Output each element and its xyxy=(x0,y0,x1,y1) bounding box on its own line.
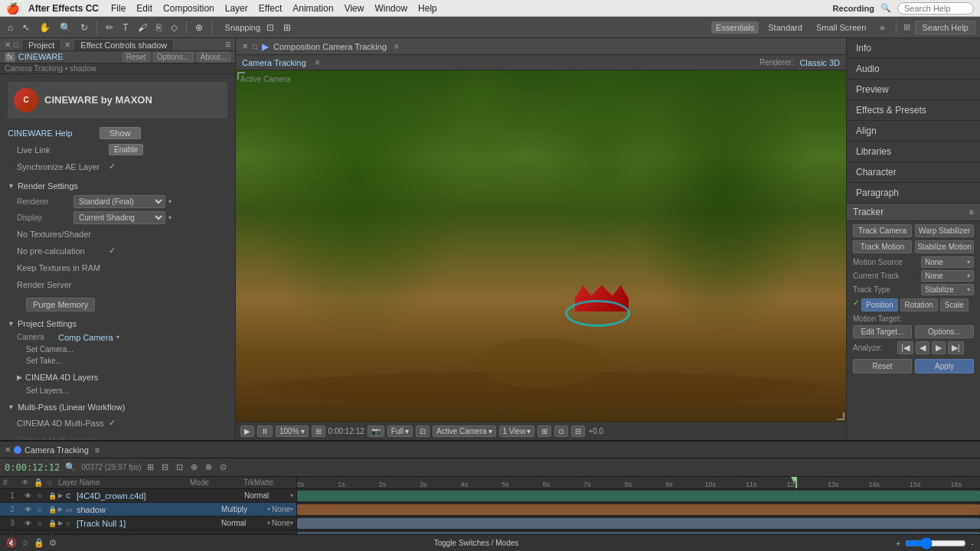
comp-viewport[interactable]: Active Camera xyxy=(236,70,846,422)
panel-close-icon[interactable]: ✕ xyxy=(5,41,11,49)
tl-zoom-in-btn[interactable]: + xyxy=(896,539,900,548)
comp-close-icon[interactable]: ✕ xyxy=(242,42,248,51)
layer-row-2[interactable]: 2 👁 ☆ 🔒 ▶ ▭ shadow Multiply ▾ None ▾ xyxy=(0,503,296,517)
menu-composition[interactable]: Composition xyxy=(158,3,219,14)
character-item[interactable]: Character xyxy=(847,162,980,183)
layer-eye-1[interactable]: 👁 xyxy=(21,492,34,500)
purge-memory-btn[interactable]: Purge Memory xyxy=(26,298,95,311)
apple-menu[interactable]: 🍎 xyxy=(6,2,19,15)
tl-zoom-slider[interactable] xyxy=(905,537,966,549)
project-settings-section[interactable]: ▼ Project Settings xyxy=(8,318,227,330)
set-take-link[interactable]: Set Take... xyxy=(26,357,227,365)
track-camera-btn[interactable]: Track Camera xyxy=(853,224,912,237)
puppet-tool[interactable]: ⊕ xyxy=(192,21,206,34)
tl-mute-btn[interactable]: 🔇 xyxy=(6,538,17,548)
text-tool[interactable]: T xyxy=(119,21,131,34)
preview-item[interactable]: Preview xyxy=(847,80,980,100)
camera-tracking-tab[interactable]: Camera Tracking xyxy=(242,58,306,67)
position-btn[interactable]: Position xyxy=(861,298,898,311)
menu-window[interactable]: Window xyxy=(370,3,412,14)
timeline-ctrl-1[interactable]: ⊞ xyxy=(145,461,156,473)
layer-solo-3[interactable]: ☆ xyxy=(34,520,46,527)
edit-target-btn[interactable]: Edit Target... xyxy=(853,325,912,338)
comp-tab[interactable]: Composition Camera Tracking xyxy=(273,42,387,51)
zoom-dropdown[interactable]: 100% ▾ xyxy=(276,425,309,437)
multipass-section[interactable]: ▼ Multi-Pass (Linear Workflow) xyxy=(8,401,227,413)
shape-tool[interactable]: ◇ xyxy=(168,21,181,34)
warp-stabilizer-btn[interactable]: Warp Stabilizer xyxy=(915,224,974,237)
scale-btn[interactable]: Scale xyxy=(940,298,969,311)
effect-controls-tab[interactable]: Effect Controls shadow xyxy=(74,39,174,51)
timeline-ctrl-3[interactable]: ⊡ xyxy=(174,461,185,473)
comp-expand-icon[interactable]: ≡ xyxy=(394,42,399,51)
timecode-search-btn[interactable]: 🔍 xyxy=(63,461,78,473)
track-type-dropdown[interactable]: Stabilize ▾ xyxy=(921,284,974,295)
layer-lock-3[interactable]: 🔒 xyxy=(46,520,58,527)
layer-eye-3[interactable]: 👁 xyxy=(21,520,34,527)
region-btn[interactable]: ⊡ xyxy=(416,425,430,437)
audio-item[interactable]: Audio xyxy=(847,59,980,80)
renderer-select[interactable]: Standard (Final) Standard (Draft) xyxy=(74,195,165,208)
layer-expand-3[interactable]: ▶ xyxy=(58,520,66,527)
analyze-forward-btn[interactable]: ▶| xyxy=(948,341,964,354)
cineware-help-label[interactable]: CINEWARE Help xyxy=(8,129,100,138)
snap-options[interactable]: ⊞ xyxy=(280,21,294,34)
tl-zoom-out-btn[interactable]: - xyxy=(971,539,974,548)
layer-expand-2[interactable]: ▶ xyxy=(58,506,66,513)
timeline-hamburger-icon[interactable]: ≡ xyxy=(95,445,100,455)
analyze-prev-btn[interactable]: ◀ xyxy=(916,341,929,354)
enable-btn[interactable]: Enable xyxy=(109,144,143,155)
analyze-back-btn[interactable]: |◀ xyxy=(897,341,913,354)
layer-eye-2[interactable]: 👁 xyxy=(21,506,34,514)
help-search-btn[interactable]: Search Help xyxy=(915,21,975,34)
snap-toggle[interactable]: ⊡ xyxy=(263,21,277,34)
menu-animation[interactable]: Animation xyxy=(288,3,338,14)
info-item[interactable]: Info xyxy=(847,38,980,59)
workspace-expand[interactable]: » xyxy=(875,21,889,34)
layer-lock-2[interactable]: 🔒 xyxy=(46,506,58,514)
overlay-btn[interactable]: ⊙ xyxy=(554,425,568,437)
libraries-item[interactable]: Libraries xyxy=(847,142,980,162)
view-count-dropdown[interactable]: 1 View ▾ xyxy=(499,425,535,437)
render-settings-section[interactable]: ▼ Render Settings xyxy=(8,180,227,192)
layer-mode-arrow-3[interactable]: ▾ xyxy=(267,520,270,527)
menu-edit[interactable]: Edit xyxy=(132,3,157,14)
menu-effect[interactable]: Effect xyxy=(254,3,286,14)
tl-lock-all-btn[interactable]: 🔒 xyxy=(34,538,44,548)
layer-row-1[interactable]: 1 👁 ☆ 🔒 ▶ C [4C4D_crown.c4d] Normal ▾ xyxy=(0,489,296,503)
rotate-tool[interactable]: ↻ xyxy=(77,21,91,34)
reset-btn[interactable]: Reset xyxy=(122,52,150,62)
menu-help[interactable]: Help xyxy=(413,3,442,14)
tl-settings-btn[interactable]: ⚙ xyxy=(49,538,57,548)
zoom-tool[interactable]: 🔍 xyxy=(57,21,74,34)
workspace-standard[interactable]: Standard xyxy=(763,21,807,34)
track-motion-btn[interactable]: Track Motion xyxy=(853,240,912,253)
menu-file[interactable]: File xyxy=(106,3,130,14)
timeline-ctrl-6[interactable]: ⊙ xyxy=(217,461,229,473)
hand-tool[interactable]: ✋ xyxy=(36,21,54,34)
clone-tool[interactable]: ⎘ xyxy=(153,21,165,34)
set-layers-link[interactable]: Set Layers... xyxy=(26,386,227,395)
layer-solo-2[interactable]: ☆ xyxy=(34,506,46,514)
panel-hamburger-icon[interactable]: ≡ xyxy=(225,39,230,50)
layer-none-arrow-3[interactable]: ▾ xyxy=(290,520,293,527)
options-btn[interactable]: Options... xyxy=(153,52,194,62)
project-tab[interactable]: Project xyxy=(21,39,61,51)
home-btn[interactable]: ⌂ xyxy=(5,21,16,34)
motion-source-dropdown[interactable]: None ▾ xyxy=(921,256,974,268)
layer-row-3[interactable]: 3 👁 ☆ 🔒 ▶ ○ [Track Null 1] Normal ▾ None… xyxy=(0,517,296,530)
timeline-ctrl-2[interactable]: ⊟ xyxy=(159,461,171,473)
paint-tool[interactable]: 🖌 xyxy=(135,21,150,34)
workspace-essentials[interactable]: Essentials xyxy=(711,21,759,34)
timeline-ctrl-5[interactable]: ⊗ xyxy=(203,461,214,473)
panel-close-2[interactable]: ✕ xyxy=(64,41,70,49)
camera-view-dropdown[interactable]: Active Camera ▾ xyxy=(433,425,496,437)
timeline-close-icon[interactable]: ✕ xyxy=(5,445,11,454)
comp-settings-icon[interactable]: ≡ xyxy=(315,58,320,67)
analyze-play-btn[interactable]: ▶ xyxy=(932,341,946,354)
layer-expand-1[interactable]: ▶ xyxy=(58,492,66,499)
apply-tracker-btn[interactable]: Apply xyxy=(915,359,974,373)
select-tool[interactable]: ↖ xyxy=(19,21,33,34)
about-btn[interactable]: About... xyxy=(197,52,230,62)
reset-tracker-btn[interactable]: Reset xyxy=(853,359,912,373)
